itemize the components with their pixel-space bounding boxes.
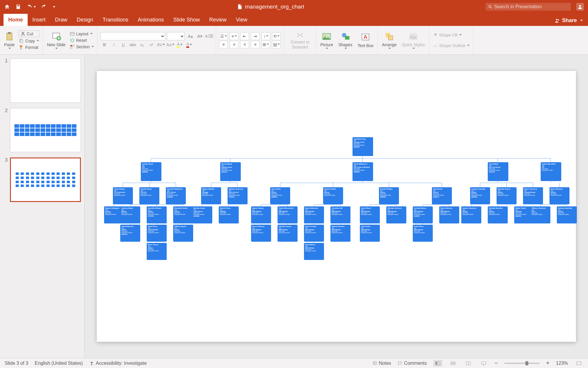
org-node[interactable]: Mathew GuerreroTitleSenior CounselStart …	[228, 187, 248, 204]
reading-view-button[interactable]	[464, 360, 473, 367]
section-button[interactable]: Section	[69, 44, 95, 50]
arrange-button[interactable]: Arrange	[381, 27, 398, 53]
zoom-level[interactable]: 123%	[556, 361, 568, 366]
sorter-view-button[interactable]	[449, 360, 457, 367]
text-direction-button[interactable]: ⟲	[272, 32, 281, 40]
account-icon[interactable]	[576, 3, 584, 11]
org-node[interactable]: Brian TorresTitleAnalystStart DateEmploy…	[147, 243, 167, 260]
org-node[interactable]: Kenneth MatthewsTitleVP of FinanceStart …	[166, 187, 186, 204]
shapes-button[interactable]: Shapes	[337, 27, 353, 53]
tab-transitions[interactable]: Transitions	[98, 14, 133, 26]
bold-button[interactable]: B	[101, 41, 108, 49]
org-node[interactable]: Cynthia MooreTitleSales ManagerStart Dat…	[413, 206, 433, 223]
org-node[interactable]: Kevin JordanTitleSales ManagerStart Date…	[304, 225, 324, 242]
zoom-in-button[interactable]: +	[546, 360, 549, 367]
tab-animations[interactable]: Animations	[133, 14, 168, 26]
highlight-button[interactable]: A	[176, 41, 183, 49]
font-color-button[interactable]: A	[185, 41, 193, 49]
font-family-select[interactable]	[101, 32, 165, 40]
tab-slideshow[interactable]: Slide Show	[169, 14, 205, 26]
shape-outline-button[interactable]: Shape Outline	[432, 43, 470, 49]
search-input[interactable]	[494, 4, 569, 9]
redo-icon[interactable]	[41, 4, 47, 10]
org-node[interactable]: Rodney SanchezTitleDirectorStart DateEmp…	[557, 206, 577, 223]
strike-button[interactable]: abc	[129, 41, 136, 49]
org-node[interactable]: Jared TerryTitleProject ManagerStart Dat…	[147, 225, 167, 242]
org-node[interactable]: Deborah BlairTitleDirectorStart DateEmpl…	[323, 187, 343, 204]
align-center-button[interactable]: ≡	[230, 41, 238, 48]
tab-view[interactable]: View	[231, 14, 252, 26]
font-size-select[interactable]	[167, 32, 185, 40]
textbox-button[interactable]: AText Box	[356, 27, 375, 53]
org-node[interactable]: Tiffany SuarezTitleAnalystStart DateEmpl…	[173, 225, 193, 242]
tab-review[interactable]: Review	[205, 14, 231, 26]
slide-thumbnails[interactable]: 1 2 3	[0, 55, 85, 358]
save-icon[interactable]	[15, 4, 21, 10]
org-node[interactable]: Robert McmillanTitleCIOStart DateEmploye…	[541, 162, 561, 181]
char-spacing-button[interactable]: AV	[157, 41, 165, 49]
language-indicator[interactable]: English (United States)	[35, 361, 83, 366]
org-node[interactable]: Steve MooneyTitleSales ManagerStart Date…	[439, 206, 459, 223]
thumbnail-2[interactable]: 2	[4, 108, 81, 152]
org-node[interactable]: Jennifer WintersTitleAnalystStart DateEm…	[147, 206, 167, 223]
org-node[interactable]: Elizabeth SmithTitleAnalystStart DateEmp…	[173, 206, 193, 223]
org-node[interactable]: Jonathan ClayTitlePresident & CEOStart D…	[353, 137, 373, 156]
org-node[interactable]: Ashley OliverTitleCFOStart DateEmployee …	[141, 162, 161, 181]
clear-format-button[interactable]: A⌫	[205, 32, 213, 40]
org-node[interactable]: Ryan RobinsonTitleSales ManagerStart Dat…	[304, 206, 324, 223]
increase-font-button[interactable]: A▴	[186, 32, 194, 40]
picture-button[interactable]: Picture	[319, 27, 334, 53]
thumbnail-3[interactable]: 3	[4, 158, 81, 202]
tab-design[interactable]: Design	[72, 14, 98, 26]
tab-home[interactable]: Home	[4, 14, 28, 26]
normal-view-button[interactable]	[433, 360, 442, 367]
org-node[interactable]: Anna OlsonTitleSales ManagerStart DateEm…	[360, 206, 380, 223]
increase-indent-button[interactable]: ⇥	[251, 32, 260, 40]
org-node[interactable]: Monica JonesTitleLegal CounselStart Date…	[192, 206, 212, 223]
org-node[interactable]: Jenna MorenoTitleAnalystStart DateEmploy…	[120, 225, 140, 242]
copy-button[interactable]: Copy	[18, 38, 40, 44]
org-node[interactable]: Jessica BakerTitleDirectorStart DateEmpl…	[120, 206, 140, 223]
format-painter-button[interactable]: Format	[18, 44, 40, 50]
org-node[interactable]: Chad AdamsTitleVP of AccountingStart Dat…	[113, 187, 133, 204]
org-node[interactable]: Michele HintonTitleDirectorStart DateEmp…	[497, 187, 517, 204]
org-node[interactable]: Megan MadinaTitleParalegalStart DateEmpl…	[201, 187, 221, 204]
paste-button[interactable]: Paste	[3, 31, 16, 49]
shape-fill-button[interactable]: Shape Fill	[432, 32, 470, 38]
decrease-font-button[interactable]: A▾	[196, 32, 203, 40]
org-node[interactable]: Nicole WyattTitleGeneral CounselStart Da…	[220, 162, 241, 181]
org-node[interactable]: James CamachoTitleDirectorStart DateEmpl…	[461, 206, 481, 223]
reset-button[interactable]: Reset	[69, 37, 95, 43]
tab-insert[interactable]: Insert	[28, 14, 50, 26]
numbering-button[interactable]: ≡	[230, 32, 238, 40]
org-node[interactable]: Michael JohnsonTitleSales ManagerStart D…	[386, 206, 406, 223]
underline-button[interactable]: U	[119, 41, 127, 49]
org-node[interactable]: Travis MccormickTitleSales ManagerStart …	[278, 206, 298, 223]
zoom-out-button[interactable]: −	[495, 360, 498, 367]
org-node[interactable]: Pamela SanchezTitleDirectorStart DateEmp…	[488, 206, 508, 223]
italic-button[interactable]: I	[110, 41, 118, 49]
thumbnail-1[interactable]: 1	[4, 58, 81, 103]
org-node[interactable]: Seth BoothTitleDirectorStart DateEmploye…	[432, 187, 452, 204]
convert-smartart-button[interactable]: Convert to SmartArt	[287, 31, 313, 49]
search-box[interactable]	[486, 3, 571, 11]
fit-to-window-button[interactable]	[574, 360, 583, 367]
align-left-button[interactable]: ≡	[219, 41, 228, 48]
justify-button[interactable]: ≡	[251, 41, 260, 48]
cut-button[interactable]: Cut	[18, 30, 40, 37]
slide-canvas-area[interactable]: Jonathan ClayTitlePresident & CEOStart D…	[85, 55, 588, 358]
org-node[interactable]: Ryan MartinTitleSales ManagerStart DateE…	[304, 243, 324, 260]
tab-draw[interactable]: Draw	[50, 14, 72, 26]
org-node[interactable]: Christie JamesTitleSales ManagerStart Da…	[278, 225, 298, 242]
org-node[interactable]: Anna MannTitleEVP of ProductionStart Dat…	[488, 162, 508, 181]
org-node[interactable]: Selene MoralesTitleSales ManagerStart Da…	[330, 225, 350, 242]
qat-more-icon[interactable]	[53, 6, 55, 8]
org-node[interactable]: Brian MartinezTitleDirectorStart DateEmp…	[549, 187, 569, 204]
new-slide-button[interactable]: New Slide	[46, 31, 67, 49]
slideshow-view-button[interactable]	[479, 360, 488, 367]
org-node[interactable]: Christine HillTitleSales ManagerStart Da…	[330, 206, 350, 223]
accessibility-indicator[interactable]: Accessibility: Investigate	[89, 361, 147, 366]
org-node[interactable]: John ScottTitleSales ManagerStart DateEm…	[360, 225, 380, 242]
layout-button[interactable]: Layout	[69, 31, 95, 37]
zoom-slider[interactable]	[504, 363, 539, 364]
